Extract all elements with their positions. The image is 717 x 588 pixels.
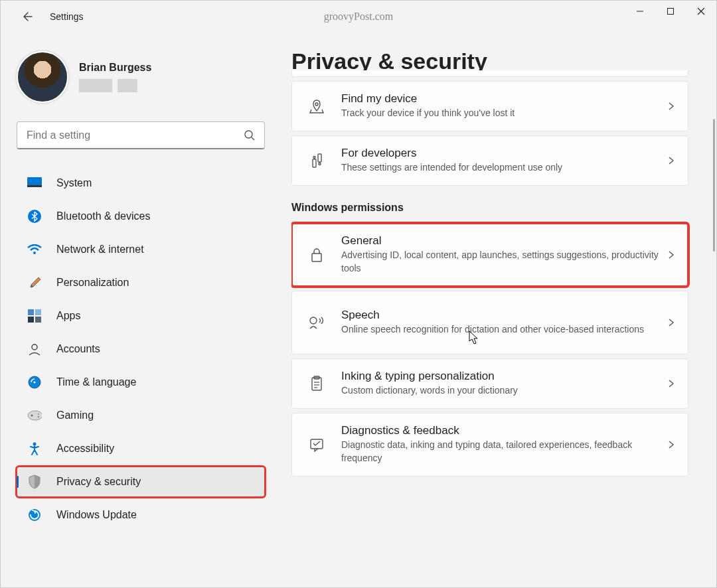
svg-line-3 [252,137,254,140]
back-button[interactable] [14,3,40,30]
nav-label: Privacy & security [56,476,141,488]
nav-label: Personalization [56,277,129,289]
back-arrow-icon [22,11,33,22]
svg-point-25 [313,157,315,159]
card-windows-security[interactable]: Antivirus, browser, firewall, and networ… [291,70,688,77]
section-title: Windows permissions [291,202,700,214]
svg-point-22 [315,103,318,106]
search-icon [244,129,256,141]
system-icon [27,176,42,190]
nav-label: Windows Update [56,509,137,521]
svg-rect-23 [313,159,316,167]
lock-icon [308,247,325,263]
profile-name: Brian Burgess [79,62,151,74]
profile-meta [79,79,151,92]
nav-label: Time & language [56,376,136,388]
card-title: Inking & typing personalization [341,370,668,383]
card-sub: These settings are intended for developm… [341,161,668,175]
card-title: Find my device [341,92,668,106]
nav: System Bluetooth & devices Network & int… [17,168,266,530]
sidebar-item-privacy[interactable]: Privacy & security [17,467,265,497]
chevron-right-icon [668,379,675,388]
sidebar-item-accounts[interactable]: Accounts [17,334,265,364]
search-input[interactable] [17,121,265,149]
main-content: Privacy & security Antivirus, browser, f… [266,33,716,587]
svg-point-20 [33,443,37,446]
svg-rect-24 [318,154,321,162]
card-speech[interactable]: Speech Online speech recognition for dic… [291,291,688,354]
nav-label: System [56,177,92,189]
scrollbar[interactable] [713,119,715,252]
dev-icon [308,153,325,169]
sidebar-item-apps[interactable]: Apps [17,301,265,331]
card-title: Speech [341,309,668,322]
nav-label: Gaming [56,409,94,421]
card-sub: Custom dictionary, words in your diction… [341,384,668,398]
sidebar-item-update[interactable]: Windows Update [17,500,265,530]
svg-rect-11 [35,317,41,323]
nav-label: Accounts [56,343,100,355]
sidebar-item-accessibility[interactable]: Accessibility [17,433,265,464]
nav-label: Network & internet [56,244,144,256]
chevron-right-icon [668,102,675,111]
svg-rect-1 [668,9,674,15]
svg-point-15 [34,382,36,384]
card-general[interactable]: General Advertising ID, local content, a… [291,223,688,287]
maximize-button[interactable] [655,1,686,22]
card-inking[interactable]: Inking & typing personalization Custom d… [291,358,688,409]
clipboard-icon [308,376,325,392]
speech-icon [308,315,325,330]
card-diagnostics[interactable]: Diagnostics & feedback Diagnostic data, … [291,413,688,477]
minimize-icon [636,7,644,15]
search-box[interactable] [17,121,265,149]
nav-label: Accessibility [56,443,114,455]
svg-rect-8 [28,309,34,315]
accessibility-icon [27,441,42,456]
chevron-right-icon [668,156,675,165]
svg-rect-27 [312,254,321,261]
close-icon [697,7,705,15]
svg-point-26 [319,163,321,165]
sidebar-item-gaming[interactable]: Gaming [17,400,265,431]
card-sub: Advertising ID, local content, app launc… [341,249,668,275]
close-button[interactable] [686,1,716,22]
profile[interactable]: Brian Burgess [17,51,266,103]
bluetooth-icon [27,209,42,224]
svg-rect-9 [35,309,41,315]
shield-icon [27,475,42,489]
sidebar-item-time[interactable]: Time & language [17,367,265,398]
sidebar: Brian Burgess System Bluetooth & devices [1,33,266,587]
sidebar-item-personalization[interactable]: Personalization [17,267,265,298]
sidebar-item-bluetooth[interactable]: Bluetooth & devices [17,201,265,232]
nav-label: Bluetooth & devices [56,210,150,222]
svg-point-2 [245,131,252,138]
svg-point-7 [33,252,36,254]
card-developers[interactable]: For developers These settings are intend… [291,135,688,186]
window-controls [625,1,716,22]
feedback-icon [308,437,325,452]
card-sub: Diagnostic data, inking and typing data,… [341,439,668,465]
nav-label: Apps [56,310,80,322]
card-title: Diagnostics & feedback [341,424,668,437]
update-icon [27,508,42,522]
wifi-icon [27,242,42,257]
sidebar-item-network[interactable]: Network & internet [17,234,265,265]
card-find-device[interactable]: Find my device Track your device if you … [291,81,688,131]
card-title: General [341,234,668,248]
svg-point-18 [38,413,39,415]
chevron-right-icon [668,250,675,259]
card-title: For developers [341,147,668,160]
sidebar-item-system[interactable]: System [17,168,265,198]
minimize-button[interactable] [625,1,655,22]
svg-rect-29 [312,378,321,390]
titlebar: Settings groovyPost.com [1,1,716,33]
svg-point-19 [38,416,39,417]
svg-rect-10 [28,317,34,323]
svg-point-16 [28,411,42,420]
clock-icon [27,375,42,390]
app-title: Settings [50,11,84,22]
location-icon [308,99,325,113]
svg-point-28 [310,317,317,324]
svg-point-17 [31,415,33,417]
accounts-icon [27,342,42,356]
